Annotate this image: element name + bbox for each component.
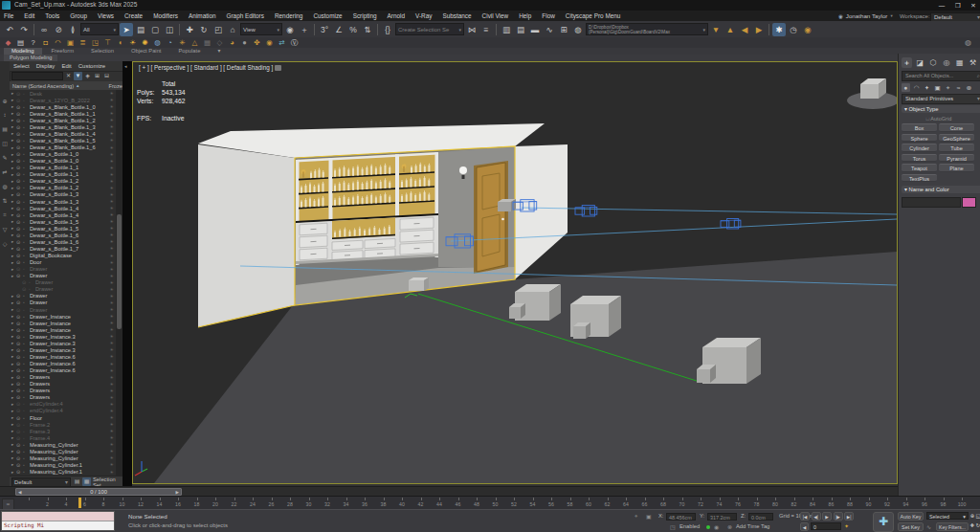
select-and-link-icon[interactable]: ∞ [37,23,51,36]
renderable-icon[interactable]: ◦ [23,178,30,184]
key-filters-button[interactable]: Key Filters... [936,522,969,531]
show-hidden-icon[interactable]: ◍ [1,183,10,189]
visibility-eye-icon[interactable]: ⊙ [16,374,23,380]
frozen-toggle-icon[interactable]: ✳ [108,124,116,129]
scene-object-row[interactable]: ▸⊙◦Frame.4✳ [10,434,116,441]
knob-icon[interactable]: ◉ [714,523,719,530]
spinner-snap-icon[interactable]: ⇅ [361,23,374,36]
find-icon[interactable]: ◇ [1,240,10,247]
visibility-eye-icon[interactable]: ⊙ [16,273,23,278]
z-coordinate-field[interactable]: 0.0cm [748,513,773,521]
scene-object-row[interactable]: ▸⊙◦Dewar_s_Bottle.1_4✳ [10,205,116,211]
asset-export-icon[interactable]: ▶ [752,23,766,36]
renderable-icon[interactable]: ◦ [23,469,30,475]
visibility-eye-icon[interactable]: ⊙ [16,334,23,340]
frozen-toggle-icon[interactable]: ✳ [108,91,116,96]
add-time-tag-label[interactable]: Add Time Tag [736,523,769,529]
scene-explorer-toggle-icon[interactable]: ▥ [500,23,513,36]
select-and-scale-icon[interactable]: ◰ [212,23,225,36]
frozen-toggle-icon[interactable]: ✳ [108,368,116,373]
rendered-frame-window-icon[interactable]: ◷ [787,23,800,36]
sphere-button[interactable]: Sphere [902,134,937,143]
frozen-toggle-icon[interactable]: ✳ [108,246,116,251]
scene-object-row[interactable]: ▸⊙◦Dewar_s_Blank_Bottle.1_3✳ [10,123,116,130]
frozen-toggle-icon[interactable]: ✳ [108,307,116,312]
renderable-icon[interactable]: ◦ [23,91,30,97]
renderable-icon[interactable]: ◦ [23,293,30,299]
explorer-scrollbar[interactable] [116,90,122,476]
user-account-menu[interactable]: ◉ Jonathan Taylor ▾ [838,11,893,21]
explorer-menu-select[interactable]: Select [13,63,30,69]
angle-snap-icon[interactable]: ∠ [332,23,345,36]
frozen-toggle-icon[interactable]: ✳ [108,152,116,157]
renderable-icon[interactable]: ◦ [23,138,30,144]
frozen-toggle-icon[interactable]: ✳ [108,104,116,109]
visibility-eye-icon[interactable]: ⊙ [16,415,23,421]
object-name-field[interactable] [902,197,961,208]
pyramid-button[interactable]: Pyramid [939,154,974,163]
explorer-menu-customize[interactable]: Customize [78,63,105,69]
scene-object-row[interactable]: ▸⊙◦Dewar_s_Bottle.1_0✳ [10,151,116,158]
visibility-eye-icon[interactable]: ⊙ [16,327,23,333]
prev-frame-arrow-icon[interactable]: ◀ [18,490,21,495]
display-tab-icon[interactable]: ▦ [954,57,965,68]
visibility-eye-icon[interactable]: ⊙ [16,299,23,305]
frozen-toggle-icon[interactable]: ✳ [108,294,116,299]
renderable-icon[interactable]: ◦ [23,374,30,380]
time-slider-handle[interactable]: ◀ 0 / 100 ▶ [15,488,182,496]
tube-button[interactable]: Tube [939,144,974,152]
scene-object-row[interactable]: ▸⊙◦Dewar_s_Bottle.1_3✳ [10,191,116,198]
frozen-toggle-icon[interactable]: ✳ [108,199,116,204]
renderable-icon[interactable]: ◦ [23,401,30,407]
renderable-icon[interactable]: ◦ [23,124,30,130]
selection-region-icon[interactable]: ▢ [148,23,162,36]
renderable-icon[interactable]: ◦ [23,381,30,387]
scene-object-row[interactable]: ▸⊙◦Dewar_s_Bottle.1_3✳ [10,198,116,205]
current-frame-marker[interactable] [78,498,81,508]
toolbar-overflow-icon[interactable]: ◍ [965,38,971,47]
lamp-icon[interactable]: ◖ [115,38,125,48]
vray-toolbar-icon[interactable]: Ⓥ [289,38,300,48]
visibility-eye-icon[interactable]: ⊙ [16,429,23,434]
next-frame-button[interactable]: |▶ [834,512,843,521]
scene-object-row[interactable]: ▸⊙◦Dewar_s_Blank_Bottle.1_2✳ [10,117,116,123]
scene-object-row[interactable]: ▸⊙◦Measuring_Cylinder✳ [10,454,116,461]
renderable-icon[interactable]: ◦ [23,199,30,205]
scene-object-row[interactable]: ▸⊙◦Drawer_Instance✳ [10,313,116,320]
frozen-toggle-icon[interactable]: ✳ [108,254,116,258]
use-pivot-center-icon[interactable]: ◉ [283,23,297,36]
menu-file[interactable]: File [4,12,13,19]
visibility-eye-icon[interactable]: ⊙ [16,455,23,461]
renderable-icon[interactable]: ◦ [23,212,30,218]
scene-object-row[interactable]: ▸⊙◦Drawer✳ [10,293,116,299]
renderable-icon[interactable]: ◦ [23,118,30,123]
renderable-icon[interactable]: ◦ [23,144,30,150]
menu-arnold[interactable]: Arnold [388,12,405,19]
frame-step-button[interactable]: ◀ [800,522,809,531]
renderable-icon[interactable]: ◦ [23,394,30,400]
zoom-extents-icon[interactable]: ◱ [975,512,980,521]
explorer-menu-display[interactable]: Display [36,63,56,69]
explorer-menu-edit[interactable]: Edit [61,63,71,69]
renderable-icon[interactable]: ◦ [23,361,30,366]
shelving-unit[interactable] [296,152,438,265]
motion-tab-icon[interactable]: ◎ [941,57,951,68]
frozen-toggle-icon[interactable]: ✳ [108,206,116,211]
visibility-eye-icon[interactable]: ⊙ [16,118,23,123]
scene-object-row[interactable]: ⊙◦Drawer✳ [10,286,116,293]
menu-cityscape-pro-menu[interactable]: Cityscape Pro Menu [566,12,621,19]
visibility-eye-icon[interactable]: ⊙ [16,219,23,225]
renderable-icon[interactable]: ◦ [23,239,30,245]
key-mode-toggle-icon[interactable]: ✦ [844,522,849,529]
scene-object-row[interactable]: ▸⊙◦Frame.2✳ [10,421,116,428]
renderable-icon[interactable]: ◦ [23,442,30,448]
render-production-icon[interactable]: ◉ [801,23,814,36]
frozen-toggle-icon[interactable]: ✳ [108,402,116,407]
visibility-eye-icon[interactable]: ⊙ [16,178,23,184]
scene-object-row[interactable]: ▸⊙◦endCylinder.4✳ [10,401,116,408]
visibility-eye-icon[interactable]: ⊙ [16,206,23,211]
hierarchy-tab-icon[interactable]: ⬡ [928,57,939,68]
menu-help[interactable]: Help [519,12,531,19]
hierarchy-mode-icon[interactable]: ⌗ [1,211,10,218]
frozen-toggle-icon[interactable]: ✳ [108,179,116,184]
